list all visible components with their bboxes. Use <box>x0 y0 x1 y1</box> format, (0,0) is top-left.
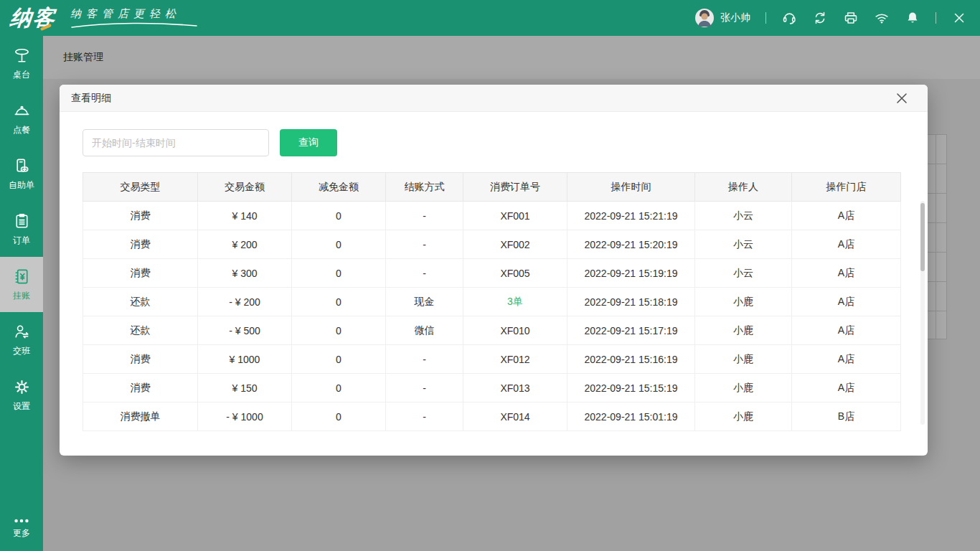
table-row: 消费¥ 1500-XF0132022-09-21 15:15:19小鹿A店 <box>83 374 901 402</box>
table-cell: 还款 <box>83 288 198 316</box>
modal-title: 查看明细 <box>71 92 111 105</box>
brand-logo: 纳客 <box>9 2 58 34</box>
table-cell: 2022-09-21 15:17:19 <box>567 316 695 345</box>
table-cell: 0 <box>292 288 386 316</box>
table-cell: ¥ 200 <box>198 230 292 259</box>
table-cell: 小云 <box>695 230 792 259</box>
table-cell: 现金 <box>386 288 463 316</box>
table-cell: 2022-09-21 15:19:19 <box>567 259 695 288</box>
sidebar-item-credit[interactable]: 挂账 <box>0 257 43 312</box>
table-cell: A店 <box>792 230 901 259</box>
table-cell: ¥ 1000 <box>198 345 292 374</box>
app-window: 纳客 纳客管店更轻松 张小帅 <box>0 0 980 551</box>
main-content: 挂账管理 查看明细 查询 <box>43 36 980 551</box>
table-cell: 2022-09-21 15:01:19 <box>567 402 695 431</box>
table-cell: XF001 <box>463 202 567 230</box>
table-cell: - <box>386 202 463 230</box>
table-cell: 消费 <box>83 259 198 288</box>
table-cell: XF010 <box>463 316 567 345</box>
order-detail-link[interactable]: 3单 <box>463 288 567 316</box>
table-row: 消费¥ 10000-XF0122022-09-21 15:16:19小鹿A店 <box>83 345 901 374</box>
table-cell: A店 <box>792 288 901 316</box>
table-cell: - <box>386 374 463 402</box>
table-cell: 消费 <box>83 202 198 230</box>
table-cell: 小鹿 <box>695 402 792 431</box>
table-cell: - <box>386 259 463 288</box>
sidebar-item-more[interactable]: 更多 <box>0 508 43 548</box>
cloche-icon <box>12 101 32 121</box>
table-cell: A店 <box>792 259 901 288</box>
sidebar-item-orders[interactable]: 订单 <box>0 202 43 257</box>
modal-scrollbar[interactable] <box>920 201 925 425</box>
sidebar-item-order-food[interactable]: 点餐 <box>0 91 43 146</box>
table-cell: A店 <box>792 345 901 374</box>
table-row: 消费¥ 2000-XF0022022-09-21 15:20:19小云A店 <box>83 230 901 259</box>
table-cell: 消费 <box>83 374 198 402</box>
transactions-table: 交易类型交易金额减免金额结账方式消费订单号操作时间操作人操作门店 消费¥ 140… <box>83 172 901 431</box>
table-cell: 2022-09-21 15:21:19 <box>567 202 695 230</box>
modal-close-icon[interactable] <box>896 93 908 104</box>
table-row: 还款- ¥ 2000现金3单2022-09-21 15:18:19小鹿A店 <box>83 288 901 316</box>
column-header: 消费订单号 <box>463 173 567 202</box>
sync-icon[interactable] <box>812 10 828 26</box>
query-button[interactable]: 查询 <box>280 129 337 156</box>
table-cell: - <box>386 345 463 374</box>
table-cell: 0 <box>292 374 386 402</box>
search-row: 查询 <box>83 129 928 156</box>
scrollbar-thumb[interactable] <box>920 203 925 271</box>
column-header: 操作人 <box>695 173 792 202</box>
column-header: 操作时间 <box>567 173 695 202</box>
brand-slogan-text: 纳客管店更轻松 <box>70 7 198 21</box>
slogan-underline-swoosh <box>70 22 198 29</box>
table-row: 消费撤单- ¥ 10000-XF0142022-09-21 15:01:19小鹿… <box>83 402 901 431</box>
more-dots-icon <box>12 517 31 525</box>
sidebar-item-self-service[interactable]: 自助单 <box>0 146 43 202</box>
printer-icon[interactable] <box>843 10 859 26</box>
column-header: 交易金额 <box>198 173 292 202</box>
table-cell: - <box>386 402 463 431</box>
brand: 纳客 纳客管店更轻松 <box>10 2 198 34</box>
user-menu[interactable]: 张小帅 <box>694 8 750 28</box>
table-icon <box>12 46 32 65</box>
ledger-yuan-icon <box>12 267 32 286</box>
table-cell: 小鹿 <box>695 288 792 316</box>
gear-icon <box>12 377 32 397</box>
table-cell: 0 <box>292 202 386 230</box>
table-cell: 2022-09-21 15:20:19 <box>567 230 695 259</box>
sidebar: 桌台 点餐 自助单 订单 挂账 交班 设置 更多 <box>0 36 43 551</box>
customer-service-icon[interactable] <box>781 10 797 26</box>
column-header: 减免金额 <box>292 173 386 202</box>
table-cell: ¥ 150 <box>198 374 292 402</box>
table-cell: XF002 <box>463 230 567 259</box>
table-cell: 0 <box>292 316 386 345</box>
topbar-actions: 张小帅 <box>694 8 967 28</box>
table-cell: 2022-09-21 15:15:19 <box>567 374 695 402</box>
sidebar-item-tables[interactable]: 桌台 <box>0 36 43 91</box>
column-header: 结账方式 <box>386 173 463 202</box>
modal-header: 查看明细 <box>60 85 928 112</box>
divider <box>765 12 766 24</box>
table-cell: XF013 <box>463 374 567 402</box>
column-header: 交易类型 <box>83 173 198 202</box>
table-cell: ¥ 140 <box>198 202 292 230</box>
table-cell: ¥ 300 <box>198 259 292 288</box>
sidebar-item-settings[interactable]: 设置 <box>0 367 43 423</box>
table-cell: A店 <box>792 316 901 345</box>
table-cell: A店 <box>792 374 901 402</box>
sidebar-item-shift[interactable]: 交班 <box>0 312 43 367</box>
column-header: 操作门店 <box>792 173 901 202</box>
table-cell: 2022-09-21 15:16:19 <box>567 345 695 374</box>
table-row: 消费¥ 1400-XF0012022-09-21 15:21:19小云A店 <box>83 202 901 230</box>
table-row: 还款- ¥ 5000微信XF0102022-09-21 15:17:19小鹿A店 <box>83 316 901 345</box>
view-details-modal: 查看明细 查询 交易类型交易金额减免金额结账方式消费订单号操作时间操作人操作门店 <box>60 85 928 456</box>
close-window-icon[interactable] <box>951 10 967 26</box>
table-cell: A店 <box>792 202 901 230</box>
notification-bell-icon[interactable] <box>905 10 920 26</box>
top-header: 纳客 纳客管店更轻松 张小帅 <box>0 0 980 36</box>
clipboard-icon <box>12 212 32 231</box>
table-cell: 消费 <box>83 345 198 374</box>
table-cell: 2022-09-21 15:18:19 <box>567 288 695 316</box>
table-cell: 小鹿 <box>695 316 792 345</box>
date-range-input[interactable] <box>83 129 269 156</box>
wifi-icon[interactable] <box>874 10 890 26</box>
